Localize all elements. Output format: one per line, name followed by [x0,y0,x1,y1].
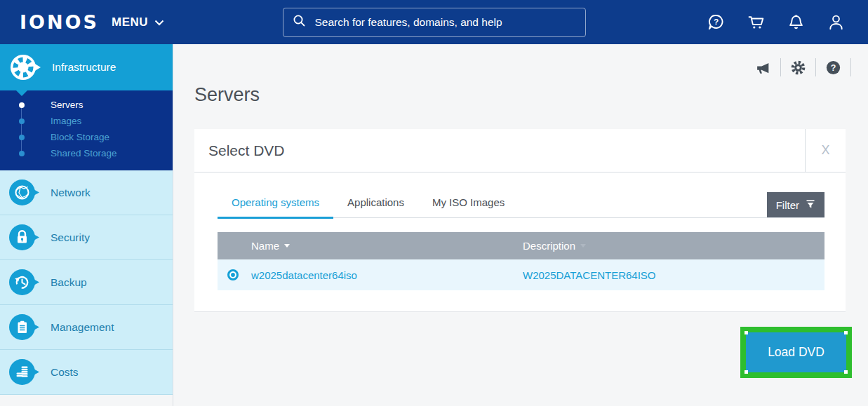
bullet-icon [19,119,25,124]
sidebar-section-label: Backup [51,276,87,289]
sidebar-item-servers[interactable]: Servers [0,97,173,113]
tab-bar: Operating systems Applications My ISO Im… [218,188,824,218]
column-label: Name [251,240,279,252]
cell-name: w2025datacenter64iso [218,269,523,281]
globe-icon [9,180,40,205]
sort-desc-icon [284,244,290,248]
sidebar: Infrastructure Servers Images Block Stor… [0,44,173,406]
sidebar-section-label: Management [51,321,114,334]
dialog-body: Operating systems Applications My ISO Im… [194,172,846,311]
sidebar-section-label: Costs [51,366,79,379]
radio-selected-icon[interactable] [227,269,239,280]
clipboard-icon [9,314,40,340]
sidebar-item-management[interactable]: Management [0,305,173,350]
svg-text:?: ? [831,62,836,72]
sidebar-section-label: Security [51,231,90,244]
sidebar-item-label: Servers [51,100,84,110]
selection-handle [745,331,748,334]
coins-icon [9,359,40,385]
restore-clock-icon [9,269,40,295]
dvd-table: Name Description w202 [218,232,824,290]
sidebar-item-backup[interactable]: Backup [0,260,173,305]
sidebar-item-shared-storage[interactable]: Shared Storage [0,145,173,161]
svg-text:?: ? [714,17,719,27]
user-account-icon[interactable] [827,13,846,32]
bullet-icon [19,135,25,140]
lock-icon [9,224,40,250]
sidebar-item-network[interactable]: Network [0,170,173,215]
global-search[interactable] [283,8,586,37]
column-header-name[interactable]: Name [218,240,523,252]
search-icon [293,14,306,30]
table-row[interactable]: w2025datacenter64iso W2025DATACENTER64IS… [218,259,824,290]
sidebar-infrastructure-label: Infrastructure [52,61,116,74]
ionos-logo[interactable]: IONOS [20,11,99,33]
chevron-down-icon [154,15,164,29]
sidebar-item-costs[interactable]: Costs [0,350,173,395]
settings-gear-icon[interactable] [781,60,815,76]
dialog-header: Select DVD X [194,129,846,172]
sidebar-section-label: Network [51,187,91,199]
load-dvd-button[interactable]: Load DVD [746,332,846,372]
sidebar-item-label: Images [51,116,81,126]
help-circle-icon[interactable]: ? [816,60,850,76]
announcements-megaphone-icon[interactable] [746,60,780,76]
sidebar-item-images[interactable]: Images [0,113,173,129]
sidebar-item-block-storage[interactable]: Block Storage [0,129,173,145]
infrastructure-icon [9,53,41,81]
main-content: ? Servers Select DVD X Operating systems… [173,44,868,406]
topbar: IONOS MENU ? [0,0,868,44]
menu-label: MENU [112,15,148,29]
tab-operating-systems[interactable]: Operating systems [218,188,333,217]
load-dvd-label: Load DVD [768,345,824,360]
sidebar-item-infrastructure[interactable]: Infrastructure [0,44,173,90]
selection-handle [844,331,848,334]
select-dvd-dialog: Select DVD X Operating systems Applicati… [194,129,846,312]
sort-desc-icon [580,244,586,248]
sidebar-item-label: Shared Storage [51,148,117,158]
tab-applications[interactable]: Applications [333,188,418,217]
toolbar-divider [850,58,851,76]
cell-description: W2025DATACENTER64ISO [523,269,656,281]
help-bubble-icon[interactable]: ? [707,13,726,32]
topbar-icon-group: ? [707,13,846,32]
sidebar-empty-area [0,395,173,406]
tab-my-iso-images[interactable]: My ISO Images [418,188,519,217]
search-input[interactable] [314,15,576,29]
table-header-row: Name Description [218,232,824,259]
dialog-actions: Load DVD [194,327,852,378]
shopping-cart-icon[interactable] [747,13,766,32]
filter-button[interactable]: Filter [767,192,824,217]
sidebar-item-label: Block Storage [51,132,109,142]
sidebar-item-security[interactable]: Security [0,215,173,260]
column-header-description[interactable]: Description [523,240,586,252]
selection-handle [745,370,748,374]
filter-funnel-icon [806,199,815,211]
page-toolbar: ? [746,58,851,76]
highlight-annotation: Load DVD [740,327,852,378]
infrastructure-submenu: Servers Images Block Storage Shared Stor… [0,90,173,170]
selection-handle [844,370,848,374]
dvd-name: w2025datacenter64iso [251,269,357,281]
submenu-notch [16,90,27,96]
menu-button[interactable]: MENU [112,15,164,29]
filter-label: Filter [776,199,799,211]
bullet-icon [19,102,25,108]
close-icon[interactable]: X [805,129,846,172]
bullet-icon [19,151,25,156]
notifications-bell-icon[interactable] [787,13,806,32]
column-label: Description [523,240,575,252]
dialog-title: Select DVD [194,129,805,172]
